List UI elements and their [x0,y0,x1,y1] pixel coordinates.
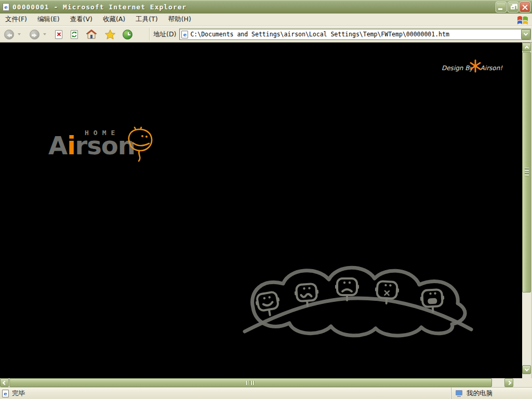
menu-favorites[interactable]: 收藏(A) [98,14,130,26]
logo-letter-i: i [67,131,75,160]
vertical-scroll-thumb[interactable] [522,52,531,292]
forward-button[interactable] [28,28,42,41]
navigation-toolbar: 地址(D) e [0,26,532,42]
chevron-up-icon [524,46,528,50]
menu-file[interactable]: 文件(F) [0,14,32,26]
zone-label: 我的电脑 [467,389,493,398]
scroll-left-button[interactable] [0,378,9,387]
horizontal-scroll-thumb[interactable] [9,378,492,387]
refresh-button[interactable] [69,28,80,41]
menu-tools[interactable]: 工具(T) [130,14,163,26]
home-icon [86,30,97,39]
close-button[interactable] [520,2,530,12]
design-credit: Design By Airson! [442,61,502,75]
design-credit-suffix: Airson! [481,64,503,72]
airson-star-icon [469,59,482,73]
stop-button[interactable] [53,28,64,41]
back-icon [4,30,14,39]
restore-icon [511,6,515,9]
scroll-up-button[interactable] [522,43,531,51]
logo-wordmark: Airson [48,133,135,158]
chevron-right-icon [507,380,511,384]
menu-view[interactable]: 查看(V) [65,14,98,26]
chevron-left-icon [2,380,6,384]
vertical-scrollbar[interactable] [522,43,531,378]
security-zone: 我的电脑 [451,388,532,399]
forward-icon [30,30,39,39]
airson-logo: HOME Airson [48,128,163,164]
toolbar-separator [149,28,150,41]
menu-edit[interactable]: 编辑(E) [32,14,65,26]
restore-button[interactable] [508,2,518,12]
minimize-button[interactable] [496,2,507,12]
status-text: 完毕 [12,389,25,398]
back-dropdown-icon[interactable] [18,33,21,35]
address-label: 地址(D) [153,30,176,39]
history-icon [123,30,132,39]
back-button[interactable] [2,28,16,41]
menu-help[interactable]: 帮助(H) [163,14,196,26]
cloud-doodle-illustration [242,260,475,342]
status-page-icon: e [2,390,9,397]
logo-letter-a: A [48,131,67,160]
chevron-down-icon [524,31,528,35]
page-viewport: Design By Airson! HOME Airson [0,43,522,378]
home-button[interactable] [84,28,99,41]
address-input[interactable] [190,30,521,39]
windows-flag-icon [516,14,529,25]
status-bar: e 完毕 我的电脑 [0,387,532,399]
horizontal-scrollbar[interactable] [0,378,522,387]
stop-icon [55,30,62,39]
ie-page-icon: e [3,3,9,11]
address-page-icon: e [181,31,188,38]
chevron-down-icon [524,367,528,371]
menu-bar: 文件(F) 编辑(E) 查看(V) 收藏(A) 工具(T) 帮助(H) [0,14,532,26]
title-bar: e 00000001 - Microsoft Internet Explorer [0,0,532,14]
favorites-star-icon [105,30,115,39]
scroll-right-button[interactable] [504,378,513,387]
address-bar[interactable]: e [179,29,531,40]
forward-dropdown-icon[interactable] [43,33,46,35]
minimize-icon [498,8,502,10]
my-computer-icon [456,390,463,397]
logo-face-doodle-icon [123,127,155,163]
browser-window: e 00000001 - Microsoft Internet Explorer… [0,0,532,399]
address-dropdown-button[interactable] [521,29,530,39]
refresh-icon [71,30,78,39]
favorites-button[interactable] [103,28,117,41]
history-button[interactable] [121,28,135,41]
window-title: 00000001 - Microsoft Internet Explorer [12,3,187,11]
scroll-down-button[interactable] [522,365,531,374]
scrollbar-corner [522,378,532,387]
